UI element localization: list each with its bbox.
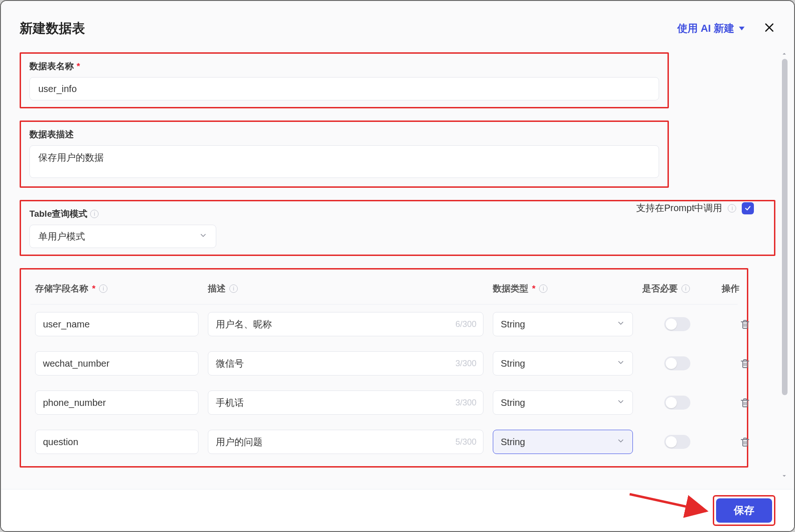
char-counter: 3/300 — [455, 359, 476, 369]
field-type-value: String — [501, 397, 525, 408]
field-type-select[interactable]: String — [493, 351, 633, 376]
field-type-select[interactable]: String — [493, 430, 633, 454]
info-icon: i — [539, 284, 547, 293]
scroll-arrow-down[interactable] — [781, 473, 788, 479]
required-toggle[interactable] — [664, 435, 690, 449]
trash-icon — [739, 358, 751, 369]
toggle-knob — [666, 436, 677, 447]
prompt-support-label: 支持在Prompt中调用 — [636, 202, 722, 214]
col-required-label: 是否必要 — [642, 283, 678, 295]
table-name-input[interactable] — [29, 77, 659, 100]
table-name-label-row: 数据表名称 * — [29, 60, 659, 72]
field-name-input[interactable]: question — [35, 430, 199, 454]
delete-row-button[interactable] — [739, 319, 751, 330]
save-button[interactable]: 保存 — [716, 498, 772, 523]
field-name-input[interactable]: phone_number — [35, 390, 199, 415]
section-fields: 存储字段名称* i 描述 i 数据类型* i 是否必要 i — [20, 268, 748, 468]
field-desc-text: 用户的问题 — [216, 436, 263, 448]
col-actions-label: 操作 — [722, 283, 739, 295]
save-highlight-box: 保存 — [713, 495, 775, 526]
footer: 保存 — [1, 489, 794, 531]
prompt-support-row: 支持在Prompt中调用 i — [636, 202, 754, 214]
scroll-arrow-up[interactable] — [781, 50, 788, 57]
required-toggle[interactable] — [664, 356, 690, 370]
col-field-name: 存储字段名称* i — [35, 283, 199, 295]
info-icon: i — [99, 284, 107, 293]
toggle-knob — [666, 319, 677, 330]
char-counter: 6/300 — [455, 319, 476, 329]
field-required-cell — [642, 317, 712, 331]
trash-icon — [739, 436, 751, 447]
table-desc-label: 数据表描述 — [29, 128, 74, 141]
field-row: wechat_number微信号3/300String — [30, 344, 738, 383]
char-counter: 5/300 — [455, 437, 476, 447]
field-desc-input[interactable]: 用户的问题5/300 — [208, 430, 483, 454]
modal-header: 新建数据表 使用 AI 新建 — [1, 1, 794, 47]
required-toggle[interactable] — [664, 396, 690, 410]
toggle-knob — [666, 358, 677, 369]
close-icon — [763, 21, 775, 34]
field-row: question用户的问题5/300String — [30, 422, 738, 461]
field-desc-input[interactable]: 用户名、昵称6/300 — [208, 312, 483, 336]
col-required: 是否必要 i — [642, 283, 712, 295]
required-asterisk: * — [92, 284, 95, 294]
trash-icon — [739, 397, 751, 408]
page-title: 新建数据表 — [20, 20, 85, 37]
section-table-name: 数据表名称 * — [20, 52, 669, 108]
field-required-cell — [642, 356, 712, 370]
fields-body: user_name用户名、昵称6/300Stringwechat_number微… — [30, 305, 738, 461]
required-asterisk: * — [532, 284, 535, 294]
chevron-down-icon — [199, 231, 207, 242]
field-type-value: String — [501, 437, 525, 447]
col-actions: 操作 — [722, 283, 768, 295]
required-asterisk: * — [77, 61, 80, 71]
header-right: 使用 AI 新建 — [677, 21, 775, 36]
required-toggle[interactable] — [664, 317, 690, 331]
query-mode-selected: 单用户模式 — [38, 230, 85, 243]
field-type-value: String — [501, 319, 525, 330]
field-type-value: String — [501, 358, 525, 369]
field-name-input[interactable]: user_name — [35, 312, 199, 336]
field-type-select[interactable]: String — [493, 390, 633, 415]
col-type-label: 数据类型 — [493, 283, 528, 295]
field-required-cell — [642, 435, 712, 449]
field-desc-text: 用户名、昵称 — [216, 318, 272, 331]
field-desc-text: 手机话 — [216, 397, 244, 409]
section-table-desc: 数据表描述 — [20, 121, 669, 188]
field-required-cell — [642, 396, 712, 410]
delete-row-button[interactable] — [739, 436, 751, 447]
field-row: phone_number手机话3/300String — [30, 383, 738, 422]
delete-row-button[interactable] — [739, 397, 751, 408]
delete-row-button[interactable] — [739, 358, 751, 369]
info-icon: i — [229, 284, 238, 293]
query-mode-select[interactable]: 单用户模式 — [29, 225, 216, 248]
query-mode-label: Table查询模式 — [29, 208, 87, 220]
col-field-name-label: 存储字段名称 — [35, 283, 88, 295]
check-icon — [744, 205, 752, 212]
info-icon: i — [681, 284, 690, 293]
field-desc-input[interactable]: 手机话3/300 — [208, 390, 483, 415]
table-desc-label-row: 数据表描述 — [29, 128, 659, 141]
modal-frame: 新建数据表 使用 AI 新建 数据表名称 * — [0, 0, 795, 532]
scrollbar-thumb[interactable] — [782, 59, 788, 395]
close-button[interactable] — [763, 21, 775, 36]
chevron-down-icon — [617, 319, 625, 330]
prompt-support-checkbox[interactable] — [742, 202, 754, 214]
chevron-down-icon — [617, 358, 625, 369]
field-type-select[interactable]: String — [493, 312, 633, 336]
fields-header: 存储字段名称* i 描述 i 数据类型* i 是否必要 i — [30, 279, 738, 305]
table-name-label: 数据表名称 — [29, 60, 74, 72]
field-name-input[interactable]: wechat_number — [35, 351, 199, 376]
content-area: 数据表名称 * 数据表描述 Table查询模式 i — [1, 52, 794, 489]
chevron-down-icon — [617, 397, 625, 408]
col-desc: 描述 i — [208, 283, 483, 295]
field-row: user_name用户名、昵称6/300String — [30, 305, 738, 344]
field-desc-input[interactable]: 微信号3/300 — [208, 351, 483, 376]
trash-icon — [739, 319, 751, 330]
caret-down-icon — [739, 27, 745, 30]
use-ai-create-link[interactable]: 使用 AI 新建 — [677, 21, 745, 35]
info-icon: i — [90, 210, 99, 218]
col-type: 数据类型* i — [493, 283, 633, 295]
toggle-knob — [666, 397, 677, 408]
table-desc-input[interactable] — [29, 145, 659, 178]
